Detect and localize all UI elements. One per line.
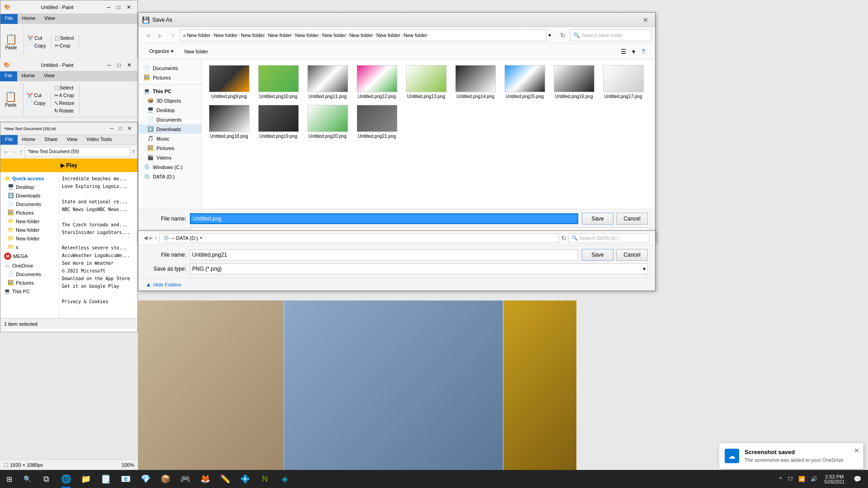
nav-up-btn[interactable]: ↑ [167,30,178,41]
dialog-close-btn[interactable]: ✕ [640,15,651,25]
help-icon[interactable]: ? [639,47,648,56]
paint2-tab-home[interactable]: Home [17,71,39,81]
sidebar-quick-access[interactable]: ⭐ Quick access [0,174,59,183]
sidebar-desktop[interactable]: 🖥️Desktop [0,183,59,191]
dlg-sidebar-pictures-2[interactable]: 🖼️Pictures [138,143,201,153]
dialog2-location-arrow[interactable]: ▾ [200,235,203,241]
breadcrumb-expand[interactable]: ▾ [548,32,556,38]
explorer-tab-share[interactable]: Share [40,135,62,145]
taskbar-search-btn[interactable]: 🔍 [18,470,36,488]
dialog2-filename-input[interactable]: Untitled.png21 [190,249,578,260]
sidebar-new-folder-1[interactable]: 📁New folder [0,217,59,225]
file-item-19[interactable]: Untitled.png19.png [255,103,302,141]
taskbar-firefox[interactable]: 🦊 [195,470,215,488]
explorer-up[interactable]: ↑ [19,148,23,155]
copy-btn-2[interactable]: 📄Copy [25,100,47,107]
taskbar-explorer[interactable]: 📁 [76,470,96,488]
taskbar-nvidia[interactable]: N [255,470,275,488]
paint2-close[interactable]: ✕ [124,61,134,69]
tray-volume[interactable]: 🔊 [809,475,819,483]
explorer-back[interactable]: ← [3,148,9,155]
sidebar-pictures-2[interactable]: 🖼️Pictures [0,278,59,287]
taskbar-app1[interactable]: 💎 [136,470,156,488]
sidebar-pictures[interactable]: 🖼️Pictures [0,208,59,217]
sidebar-documents[interactable]: 📄Documents [0,200,59,208]
cut-btn-2[interactable]: ✂️Cut [25,92,47,99]
dialog-search-box[interactable]: 🔍 Search New folder [570,29,651,41]
paint2-tab-file[interactable]: File [0,71,17,81]
dlg-sidebar-music[interactable]: 🎵Music [138,134,201,143]
sidebar-new-folder-2[interactable]: 📁New folder [0,225,59,234]
explorer-maximize[interactable]: □ [117,125,124,132]
dlg-sidebar-documents[interactable]: 📄Documents [138,63,201,73]
taskbar-paint[interactable]: ✏️ [215,470,235,488]
dialog2-nav-up[interactable]: ↑ [155,235,157,241]
breadcrumb-bar[interactable]: « New folder › New folder › New folder ›… [180,29,547,41]
file-item-10[interactable]: Untitled.png10.png [255,63,302,101]
crop-btn-1[interactable]: ✂Crop [53,42,75,49]
sidebar-downloads[interactable]: ⬇️Downloads [0,191,59,200]
save-btn-top[interactable]: Save [582,213,613,225]
file-item-9[interactable]: Untitled.png9.png [205,63,253,101]
dlg-sidebar-3d[interactable]: 📦3D Objects [138,96,201,105]
resize-btn-2[interactable]: ⤡Resize [53,100,76,107]
file-item-12[interactable]: Untitled.png12.png [353,63,401,101]
taskbar-notepad[interactable]: 🗒️ [96,470,116,488]
cancel-btn-top[interactable]: Cancel [616,213,648,225]
new-folder-btn[interactable]: New folder [181,46,212,57]
dlg-sidebar-documents-2[interactable]: 📄Documents [138,115,201,124]
file-item-18[interactable]: Untitled.png18.png [205,103,253,141]
cut-btn[interactable]: ✂️Cut [26,35,47,42]
taskbar-app3[interactable]: ◈ [275,470,295,488]
dialog2-cancel-btn[interactable]: Cancel [616,249,648,261]
dialog2-refresh[interactable]: ↻ [561,235,566,242]
nav-back-btn[interactable]: ◀ [142,30,153,41]
notification-center-btn[interactable]: 💬 [850,470,864,488]
dialog2-save-btn[interactable]: Save [582,249,613,261]
start-button[interactable]: ⊞ [0,470,18,488]
paint-close-1[interactable]: ✕ [124,3,134,11]
select-btn-1[interactable]: ⬚Select [53,35,75,42]
sidebar-mega[interactable]: MMEGA [0,251,59,261]
file-item-14[interactable]: Untitled.png14.png [452,63,499,101]
filename-input[interactable]: Untitled.png [190,213,578,224]
notif-close-btn[interactable]: ✕ [854,447,859,454]
explorer-path[interactable]: *New Text Document (59) [24,147,130,157]
paint2-maximize[interactable]: □ [115,61,123,69]
select-btn-2[interactable]: ⬚Select [53,84,76,91]
explorer-tab-home[interactable]: Home [18,135,40,145]
sidebar-thispc[interactable]: 💻This PC [0,287,59,296]
sidebar-s[interactable]: 📁s [0,243,59,251]
file-item-15[interactable]: Untitled.png15.png [501,63,548,101]
sidebar-documents-2[interactable]: 📄Documents [0,270,59,278]
rotate-btn-2[interactable]: ↻Rotate [53,108,76,114]
paint-tab-view-1[interactable]: View [40,14,60,24]
file-item-16[interactable]: Untitled.png16.png [550,63,598,101]
paint2-tab-view[interactable]: View [39,71,59,81]
dlg-sidebar-downloads[interactable]: ⬇️Downloads [138,124,201,134]
dialog2-nav-fwd[interactable]: ▶ [149,235,153,241]
tray-security[interactable]: 🛡 [786,475,795,483]
taskbar-task-view[interactable]: ⧉ [36,470,56,488]
view-dropdown-btn[interactable]: ▾ [630,47,637,56]
paste-btn[interactable]: 📋 Paste [2,33,20,51]
paint-maximize-1[interactable]: □ [114,3,123,11]
play-button[interactable]: ▶ Play [0,159,137,172]
dlg-sidebar-pictures[interactable]: 🖼️Pictures [138,73,201,82]
paste-btn-2[interactable]: 📋 Paste [2,90,19,108]
dlg-sidebar-thispc[interactable]: 💻This PC [138,86,201,96]
dialog2-search[interactable]: 🔍 Search DATA (D:) [568,233,650,243]
dlg-sidebar-windows[interactable]: 💿Windows (C:) [138,162,201,172]
organize-btn[interactable]: Organize ▾ [146,46,177,57]
explorer-tab-file[interactable]: File [0,135,18,145]
dlg-sidebar-desktop[interactable]: 🖥️Desktop [138,105,201,115]
dlg-sidebar-videos[interactable]: 🎬Videos [138,153,201,162]
tray-network[interactable]: 📶 [797,475,807,483]
dlg-sidebar-data[interactable]: 💿DATA (D:) [138,172,201,181]
sidebar-new-folder-3[interactable]: 📁New folder [0,234,59,243]
explorer-minimize[interactable]: ─ [108,125,116,132]
refresh-btn[interactable]: ↻ [557,30,568,41]
nav-forward-btn[interactable]: ▶ [155,30,165,41]
file-item-11[interactable]: Untitled.png11.png [304,63,351,101]
explorer-tab-video[interactable]: Video Tools [82,135,116,145]
